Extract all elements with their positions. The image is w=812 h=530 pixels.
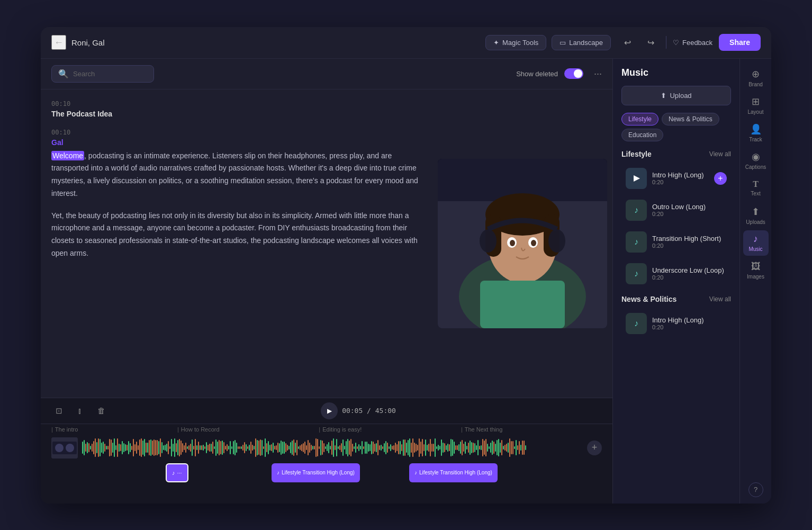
svg-rect-7: [480, 281, 565, 328]
transcript-panel: 00:10 The Podcast Idea 00:10 Gal Welcome…: [41, 89, 432, 398]
track-item-2[interactable]: ♪ Outro Low (Long) 0:20: [621, 195, 731, 225]
chapter-label-3: Editing is easy!: [322, 426, 362, 433]
header-right: ↩ ↪ ♡ Feedback Share: [619, 34, 761, 51]
landscape-button[interactable]: ▭ Landscape: [552, 35, 611, 50]
uploads-tool[interactable]: ⬆ Uploads: [743, 203, 769, 228]
track-item-3[interactable]: ♪ Transition High (Short) 0:20: [621, 227, 731, 257]
more-options-button[interactable]: ···: [594, 68, 602, 79]
undo-button[interactable]: ↩: [619, 34, 636, 51]
captions-tool[interactable]: ◉ Captions: [743, 148, 769, 173]
captions-icon: ◉: [752, 151, 760, 163]
lifestyle-view-all[interactable]: View all: [709, 150, 731, 158]
chapter-label-4: The Next thing: [465, 426, 503, 433]
music-note-icon: ♪: [172, 470, 175, 476]
play-control: ▶ 00:05 / 45:00: [115, 402, 602, 419]
search-input[interactable]: [73, 70, 147, 78]
editor-area: 🔍 Show deleted ··· 00:10 The Podcast Ide…: [41, 59, 612, 504]
brand-tool[interactable]: ⊕ Brand: [743, 65, 769, 91]
search-icon: 🔍: [58, 69, 69, 79]
landscape-icon: ▭: [560, 39, 566, 47]
show-deleted-label: Show deleted: [516, 70, 558, 78]
images-tool[interactable]: 🖼 Images: [743, 258, 769, 283]
track-play-button-1[interactable]: [626, 168, 647, 189]
captions-label: Captions: [745, 164, 766, 170]
show-deleted-toggle[interactable]: [564, 68, 583, 79]
main-waveform-track: +: [51, 435, 602, 461]
lifestyle-section-header: Lifestyle View all: [621, 150, 731, 158]
uploads-icon: ⬆: [752, 206, 760, 218]
track-duration-1: 0:20: [652, 179, 709, 185]
help-button[interactable]: ?: [748, 482, 763, 497]
heart-icon: ♡: [673, 39, 679, 47]
music-clip-2[interactable]: ♪ Lifestyle Transition High (Long): [409, 463, 498, 482]
news-view-all[interactable]: View all: [709, 295, 731, 303]
timeline-area: ⊡ ⫿ 🗑 ▶ 00:05 / 45:00 | The intro: [41, 398, 612, 504]
section-title-1: The Podcast Idea: [51, 110, 422, 118]
waveform-visual: [82, 437, 583, 459]
upload-button[interactable]: ⬆ Upload: [621, 86, 731, 105]
project-title: Roni, Gal: [71, 38, 105, 47]
video-preview: [438, 159, 607, 328]
track-duration-4: 0:20: [652, 274, 727, 281]
music-clip-active[interactable]: ♪ ···: [166, 463, 188, 482]
images-icon: 🖼: [751, 261, 761, 272]
split-icon-button[interactable]: ⫿: [73, 403, 87, 418]
track-item-1[interactable]: Intro High (Long) 0:20 +: [621, 164, 731, 193]
timestamp-2: 00:10: [51, 129, 422, 136]
transcript-video-area: 00:10 The Podcast Idea 00:10 Gal Welcome…: [41, 89, 612, 398]
transcript-body-2: Yet, the beauty of podcasting lies not o…: [51, 210, 422, 260]
transcript-entry-2: 00:10 Gal Welcome, podcasting is an inti…: [51, 129, 422, 260]
right-sidebar: Music ⬆ Upload Lifestyle News & Politics…: [612, 59, 771, 504]
delete-icon-button[interactable]: 🗑: [94, 403, 109, 418]
header-divider: [666, 36, 666, 49]
search-box[interactable]: 🔍: [51, 65, 154, 83]
layout-label: Layout: [747, 109, 763, 115]
time-display: 00:05 / 45:00: [342, 407, 396, 415]
svg-point-9: [548, 229, 565, 253]
track-name-1: Intro High (Long): [652, 171, 709, 179]
chapter-item-4: | The Next thing: [461, 426, 502, 433]
track-name-4: Underscore Low (Loop): [652, 266, 727, 274]
track-icon: 👤: [750, 123, 762, 135]
text-tool[interactable]: T Text: [743, 175, 769, 201]
music-tool[interactable]: ♪ Music: [743, 230, 769, 256]
category-news-politics[interactable]: News & Politics: [662, 113, 719, 125]
news-track-info-1: Intro High (Long) 0:20: [652, 316, 727, 330]
feedback-button[interactable]: ♡ Feedback: [673, 39, 712, 47]
track-info-2: Outro Low (Long) 0:20: [652, 203, 727, 217]
news-track-duration-1: 0:20: [652, 324, 727, 330]
category-lifestyle[interactable]: Lifestyle: [621, 113, 658, 125]
music-clip-1[interactable]: ♪ Lifestyle Transition High (Long): [272, 463, 360, 482]
scene-icon-button[interactable]: ⊡: [51, 403, 66, 418]
back-button[interactable]: ←: [51, 35, 66, 50]
music-icon: ♪: [753, 233, 758, 245]
share-button[interactable]: Share: [719, 34, 761, 51]
magic-tools-button[interactable]: ✦ Magic Tools: [485, 35, 546, 50]
track-tool[interactable]: 👤 Track: [743, 120, 769, 146]
music-note-icon-1: ♪: [277, 470, 279, 475]
add-track-button[interactable]: +: [587, 441, 602, 455]
timeline-controls: ⊡ ⫿ 🗑 ▶ 00:05 / 45:00: [41, 398, 612, 424]
main-content: 🔍 Show deleted ··· 00:10 The Podcast Ide…: [41, 59, 771, 504]
play-button[interactable]: ▶: [321, 402, 338, 419]
layout-tool[interactable]: ⊞ Layout: [743, 93, 769, 118]
magic-wand-icon: ✦: [493, 39, 499, 47]
waveform-area: + ♪ ··· ♪ Lifestyle Transition: [41, 435, 612, 504]
panel-title: Music: [621, 67, 731, 78]
chapter-bar: | The intro | How to Record | Editing is…: [41, 424, 612, 435]
images-label: Images: [747, 274, 764, 280]
track-item-4[interactable]: ♪ Underscore Low (Loop) 0:20: [621, 259, 731, 289]
svg-point-17: [66, 444, 74, 452]
add-track-1[interactable]: +: [714, 172, 727, 185]
track-thumbnail: [51, 437, 78, 459]
news-track-name-1: Intro High (Long): [652, 316, 727, 324]
track-duration-2: 0:20: [652, 211, 727, 217]
track-thumb-image: [51, 437, 78, 459]
track-duration-3: 0:20: [652, 242, 727, 249]
highlighted-word: Welcome: [51, 151, 84, 160]
news-track-item-1[interactable]: ♪ Intro High (Long) 0:20: [621, 309, 731, 338]
news-section-header: News & Politics View all: [621, 295, 731, 303]
category-education[interactable]: Education: [621, 129, 663, 141]
tool-icons-panel: ⊕ Brand ⊞ Layout 👤 Track ◉ Captions T: [739, 59, 771, 504]
redo-button[interactable]: ↪: [643, 34, 660, 51]
